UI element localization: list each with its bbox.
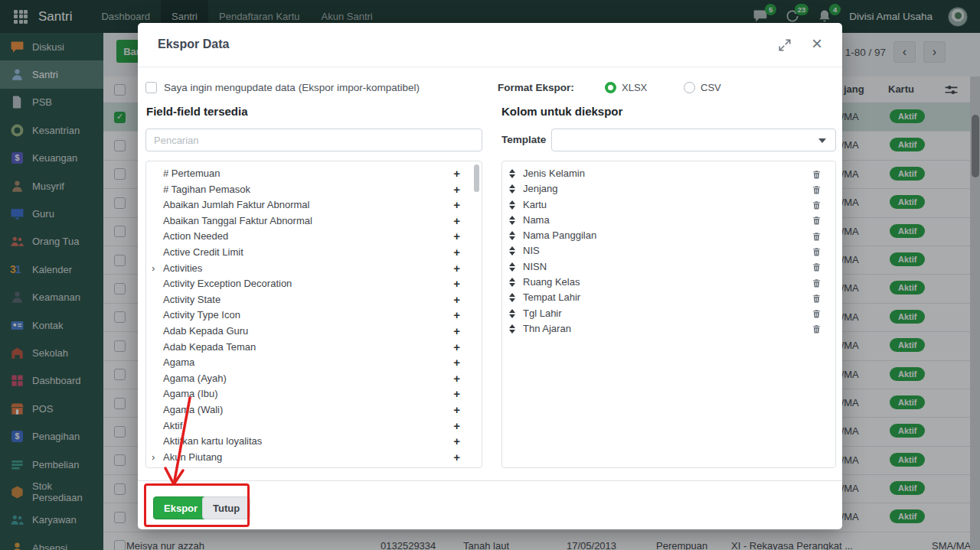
field-item-active-credit-limit[interactable]: Active Credit Limit+ (146, 245, 482, 261)
field-item-aktifkan-kartu-loyalitas[interactable]: Aktifkan kartu loyalitas+ (146, 434, 482, 450)
field-item-label: Abaikan Tanggal Faktur Abnormal (163, 215, 312, 226)
export-column-label: NISN (523, 261, 547, 272)
field-item-abaikan-jumlah-faktur-abnormal[interactable]: Abaikan Jumlah Faktur Abnormal+ (146, 197, 482, 213)
sort-handle-icon[interactable] (509, 231, 515, 240)
expand-caret-icon[interactable]: › (152, 261, 155, 277)
trash-icon[interactable] (812, 246, 822, 257)
export-column-jenis-kelamin[interactable]: Jenis Kelamin (502, 166, 835, 181)
format-xlsx-radio[interactable] (605, 82, 616, 93)
field-item-abaikan-tanggal-faktur-abnormal[interactable]: Abaikan Tanggal Faktur Abnormal+ (146, 213, 482, 229)
plus-icon[interactable]: + (453, 434, 460, 450)
trash-icon[interactable] (812, 262, 822, 272)
sort-handle-icon[interactable] (509, 309, 515, 318)
export-column-nis[interactable]: NIS (502, 243, 835, 259)
export-column-nama-panggilan[interactable]: Nama Panggilan (502, 228, 835, 243)
field-item-agama-ibu[interactable]: Agama (Ibu)+ (146, 386, 482, 402)
field-item-akun-piutang[interactable]: ›Akun Piutang+ (146, 450, 482, 466)
plus-icon[interactable]: + (453, 245, 460, 261)
plus-icon[interactable]: + (453, 229, 460, 245)
field-item-adab-kepada-teman[interactable]: Adab Kepada Teman+ (146, 340, 482, 356)
fields-scrollbar-thumb[interactable] (474, 164, 479, 192)
field-item-aktif[interactable]: Aktif+ (146, 418, 482, 434)
template-label: Template (501, 134, 546, 145)
format-csv-label[interactable]: CSV (701, 82, 721, 93)
field-item-label: Active Credit Limit (163, 246, 243, 258)
sort-handle-icon[interactable] (509, 246, 515, 255)
format-csv-radio[interactable] (684, 82, 695, 93)
dialog-title: Ekspor Data (158, 37, 229, 51)
field-item-akun-utang[interactable]: ›Akun Utang+ (146, 465, 482, 468)
sort-handle-icon[interactable] (509, 324, 515, 334)
field-item-activity-type-icon[interactable]: Activity Type Icon+ (146, 308, 482, 324)
export-column-label: Tgl Lahir (523, 308, 562, 319)
field-item-pertemuan[interactable]: # Pertemuan+ (146, 166, 482, 182)
field-item-label: Agama (163, 356, 194, 368)
export-button[interactable]: Ekspor (153, 496, 208, 519)
export-column-tgl-lahir[interactable]: Tgl Lahir (502, 306, 835, 321)
field-item-tagihan-pemasok[interactable]: # Tagihan Pemasok+ (146, 182, 482, 198)
plus-icon[interactable]: + (453, 292, 460, 308)
plus-icon[interactable]: + (453, 355, 460, 371)
plus-icon[interactable]: + (453, 261, 460, 277)
template-select[interactable] (551, 129, 836, 151)
field-item-adab-kepada-guru[interactable]: Adab Kepada Guru+ (146, 324, 482, 340)
format-xlsx-label[interactable]: XLSX (622, 82, 647, 93)
trash-icon[interactable] (812, 215, 822, 226)
update-data-checkbox[interactable] (145, 82, 157, 93)
plus-icon[interactable]: + (453, 450, 460, 466)
close-icon[interactable]: × (812, 31, 822, 55)
expand-icon[interactable] (778, 38, 792, 52)
sort-handle-icon[interactable] (509, 293, 515, 302)
plus-icon[interactable]: + (453, 182, 460, 198)
field-item-activity-state[interactable]: Activity State+ (146, 292, 482, 308)
field-item-agama-wali[interactable]: Agama (Wali)+ (146, 402, 482, 418)
export-column-nisn[interactable]: NISN (502, 259, 835, 275)
update-data-label[interactable]: Saya ingin mengupdate data (Ekspor impor… (164, 82, 420, 93)
plus-icon[interactable]: + (453, 166, 460, 182)
sort-handle-icon[interactable] (509, 262, 515, 272)
expand-caret-icon[interactable]: › (152, 465, 155, 468)
available-fields-list: # Pertemuan+# Tagihan Pemasok+Abaikan Ju… (145, 161, 482, 468)
export-column-nama[interactable]: Nama (502, 213, 835, 228)
trash-icon[interactable] (812, 293, 822, 304)
close-button[interactable]: Tutup (202, 496, 250, 519)
trash-icon[interactable] (812, 278, 822, 288)
plus-icon[interactable]: + (453, 465, 460, 468)
field-item-label: Akun Utang (163, 467, 215, 468)
plus-icon[interactable]: + (453, 371, 460, 387)
sort-handle-icon[interactable] (509, 200, 515, 210)
search-input[interactable] (145, 129, 482, 151)
sort-handle-icon[interactable] (509, 216, 515, 225)
field-item-agama[interactable]: Agama+ (146, 355, 482, 371)
plus-icon[interactable]: + (453, 324, 460, 340)
trash-icon[interactable] (812, 308, 822, 319)
export-column-label: Jenis Kelamin (523, 168, 585, 179)
trash-icon[interactable] (812, 169, 822, 180)
field-item-action-needed[interactable]: Action Needed+ (146, 229, 482, 245)
export-column-ruang-kelas[interactable]: Ruang Kelas (502, 275, 835, 290)
plus-icon[interactable]: + (453, 340, 460, 356)
plus-icon[interactable]: + (453, 386, 460, 402)
sort-handle-icon[interactable] (509, 278, 515, 287)
export-column-thn-ajaran[interactable]: Thn Ajaran (502, 321, 835, 337)
trash-icon[interactable] (812, 324, 822, 334)
available-fields-heading: Field-field tersedia (146, 105, 248, 118)
export-column-kartu[interactable]: Kartu (502, 197, 835, 213)
sort-handle-icon[interactable] (509, 169, 515, 178)
export-column-jenjang[interactable]: Jenjang (502, 181, 835, 197)
sort-handle-icon[interactable] (509, 184, 515, 194)
plus-icon[interactable]: + (453, 197, 460, 213)
expand-caret-icon[interactable]: › (152, 450, 155, 466)
plus-icon[interactable]: + (453, 402, 460, 418)
trash-icon[interactable] (812, 184, 822, 195)
field-item-activities[interactable]: ›Activities+ (146, 261, 482, 277)
plus-icon[interactable]: + (453, 308, 460, 324)
plus-icon[interactable]: + (453, 276, 460, 292)
plus-icon[interactable]: + (453, 213, 460, 229)
plus-icon[interactable]: + (453, 418, 460, 434)
trash-icon[interactable] (812, 200, 822, 210)
field-item-agama-ayah[interactable]: Agama (Ayah)+ (146, 371, 482, 387)
field-item-activity-exception-decoration[interactable]: Activity Exception Decoration+ (146, 276, 482, 292)
trash-icon[interactable] (812, 231, 822, 242)
export-column-tempat-lahir[interactable]: Tempat Lahir (502, 290, 835, 305)
